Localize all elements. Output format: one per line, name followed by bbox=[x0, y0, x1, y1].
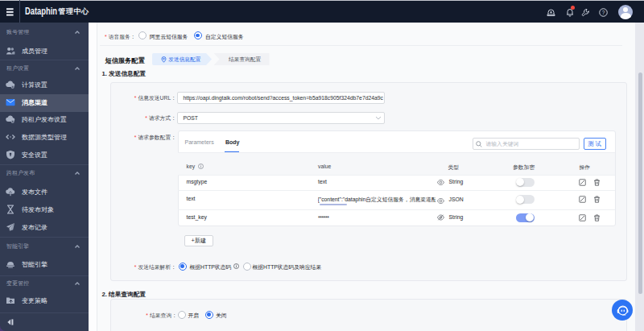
svg-text:?: ? bbox=[602, 9, 605, 14]
